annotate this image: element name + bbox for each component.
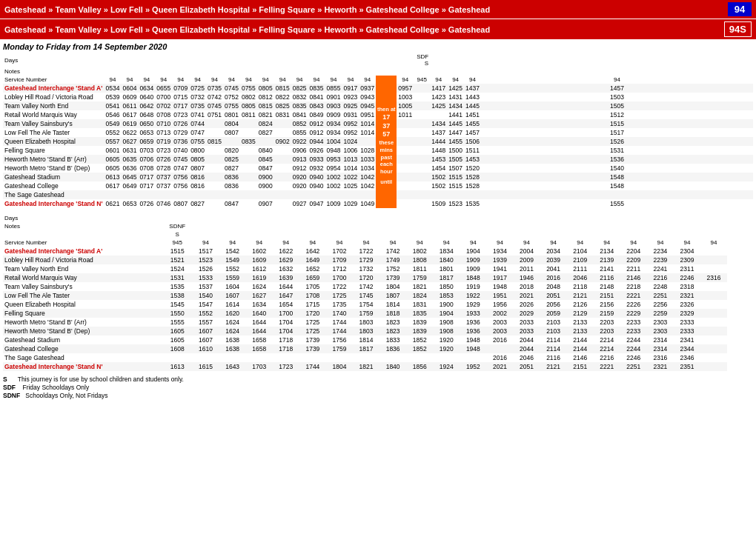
table-row: Gateshead Interchange 'Stand N' 16131615…: [3, 362, 753, 371]
footnote-sdf-text: Friday Schooldays Only: [22, 384, 89, 391]
service-num-label: Service Number: [3, 76, 105, 84]
table-row: Gateshead Stadium 1605160716381658171817…: [3, 336, 753, 344]
stop-name: Queen Elizabeth Hospital: [3, 137, 105, 146]
stop-name: Team Valley Sainsbury's: [3, 282, 162, 291]
table-row: Lobley Hill Road / Victoria Road 1521152…: [3, 256, 753, 264]
header-row-1: Gateshead » Team Valley » Low Fell » Que…: [0, 0, 756, 19]
days-label: Days: [3, 53, 105, 67]
stop-name: Gateshead Interchange 'Stand A': [3, 247, 162, 256]
footnote-sdf: SDF Friday Schooldays Only: [3, 384, 753, 391]
header-text-2: Gateshead » Team Valley » Low Fell » Que…: [4, 25, 490, 34]
table-row: Team Valley Sainsbury's 1535153716041624…: [3, 282, 753, 291]
stop-name: Gateshead College: [3, 344, 162, 353]
header-text-1: Gateshead » Team Valley » Low Fell » Que…: [4, 5, 490, 14]
stop-name: Low Fell The Ale Taster: [3, 291, 162, 300]
stop-name: Team Valley North End: [3, 101, 105, 110]
timetable-1: Days SDFS Notes Service Number 94 94 94 …: [3, 53, 753, 208]
table-row: Low Fell The Ale Taster 1538154016071627…: [3, 291, 753, 300]
timetable-2: Days Notes SDNF S Service Number 945 94 …: [3, 214, 753, 371]
footnote-s-text: This journey is for use by school childr…: [18, 376, 184, 383]
stop-name: Gateshead College: [3, 181, 105, 190]
days-row-2: Days: [3, 214, 753, 222]
stop-name: Heworth Metro 'Stand B' (Dep): [3, 164, 105, 173]
table-row: Gateshead Interchange 'Stand A' 05340604…: [3, 84, 753, 93]
sdf-label: SDFS: [376, 53, 430, 67]
footnotes: S This journey is for use by school chil…: [0, 371, 756, 403]
days-label-2: Days: [3, 214, 162, 222]
table-row: Gateshead Interchange 'Stand A' 15151517…: [3, 247, 753, 256]
table-row: Retail World Marquis Way 153115331559161…: [3, 273, 753, 282]
stop-name: Heworth Metro 'Stand B' (Arr): [3, 318, 162, 327]
footnote-sdf-key: SDF: [3, 384, 16, 391]
footnote-sdnf-text: Schooldays Only, Not Fridays: [25, 392, 107, 399]
table-row: Felling Square 1550155216201640170017201…: [3, 309, 753, 318]
stop-name: Retail World Marquis Way: [3, 110, 105, 119]
stop-name: Heworth Metro 'Stand B' (Arr): [3, 155, 105, 164]
footnote-s-key: S: [3, 376, 7, 383]
stop-name: Retail World Marquis Way: [3, 273, 162, 282]
table-row: The Sage Gateshead 201620462116214622162…: [3, 353, 753, 362]
header-row-2: Gateshead » Team Valley » Low Fell » Que…: [0, 19, 756, 39]
service-number-row-1: Service Number 94 94 94 94 94 94 94 94 9…: [3, 76, 753, 84]
stop-name: The Sage Gateshead: [3, 353, 162, 362]
footnote-sdnf-key: SDNF: [3, 392, 20, 399]
service-number-row-2: S: [3, 230, 753, 238]
notes-label-2: Notes: [3, 222, 162, 230]
notes-row-2: Notes SDNF: [3, 222, 753, 230]
footnote-s: S This journey is for use by school chil…: [3, 376, 753, 383]
service-number-row-2b: Service Number 945 94 94 94 94 94 94 94 …: [3, 238, 753, 247]
route-number-1: 94: [728, 2, 752, 16]
stop-name: Felling Square: [3, 309, 162, 318]
stop-name: Gateshead Stadium: [3, 336, 162, 344]
stop-name: Felling Square: [3, 146, 105, 155]
stop-name: Queen Elizabeth Hospital: [3, 300, 162, 309]
stop-name: Team Valley Sainsbury's: [3, 119, 105, 128]
stop-name: Gateshead Interchange 'Stand A': [3, 84, 105, 93]
table-row: Heworth Metro 'Stand B' (Dep) 1605160716…: [3, 327, 753, 336]
footnote-sdnf: SDNF Schooldays Only, Not Fridays: [3, 392, 753, 399]
days-row: Days SDFS: [3, 53, 753, 67]
notes-label: Notes: [3, 67, 105, 76]
stop-name: The Sage Gateshead: [3, 190, 105, 199]
table-row: Gateshead College 1608161016381658171817…: [3, 344, 753, 353]
stop-name: Heworth Metro 'Stand B' (Dep): [3, 327, 162, 336]
stop-name: Gateshead Stadium: [3, 173, 105, 181]
table-row: Heworth Metro 'Stand B' (Arr) 1555155716…: [3, 318, 753, 327]
route-number-2: 94S: [724, 21, 752, 37]
then-box: then at 17 37 57 these mins past each ho…: [376, 84, 397, 208]
stop-name: Gateshead Interchange 'Stand N': [3, 199, 105, 208]
table-row: Team Valley North End 152415261552161216…: [3, 264, 753, 273]
section-title: Monday to Friday from 14 September 2020: [0, 39, 756, 53]
table-row: Queen Elizabeth Hospital 154515471614163…: [3, 300, 753, 309]
stop-name: Team Valley North End: [3, 264, 162, 273]
notes-row: Notes: [3, 67, 753, 76]
stop-name: Gateshead Interchange 'Stand N': [3, 362, 162, 371]
service-num-label-2: [3, 230, 162, 238]
stop-name: Lobley Hill Road / Victoria Road: [3, 93, 105, 101]
stop-name: Low Fell The Ale Taster: [3, 128, 105, 137]
stop-name: Lobley Hill Road / Victoria Road: [3, 256, 162, 264]
